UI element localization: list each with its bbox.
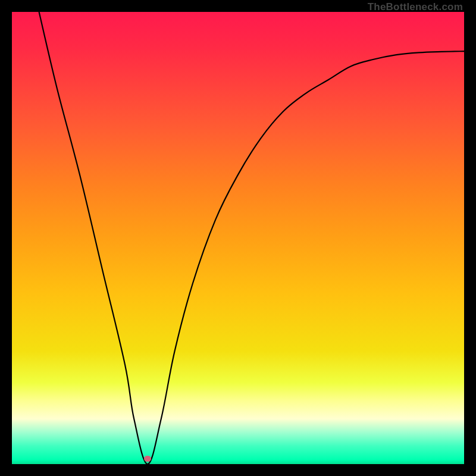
- watermark-text: TheBottleneck.com: [368, 1, 463, 13]
- bottleneck-curve: [12, 12, 464, 464]
- min-marker: [144, 456, 151, 462]
